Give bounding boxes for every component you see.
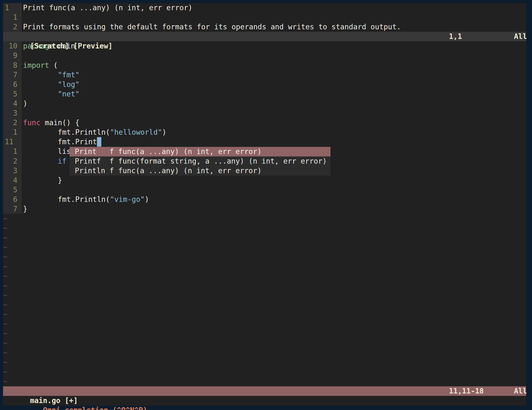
completion-item[interactable]: Printf f func(format string, a ...any) (… — [70, 157, 331, 166]
main-statusline: main.go [+] 11,11-18 All — [3, 386, 526, 396]
buffer-line[interactable]: 6 fmt.Println("vim-go") — [3, 195, 526, 204]
syntax-segment: Print func(a ...any) (n int, err error) — [23, 3, 192, 12]
syntax-segment: Print formats using the default formats … — [23, 23, 401, 31]
buffer-line[interactable]: 11 fmt.Print — [3, 137, 526, 147]
line-number-relative: 3 — [3, 108, 22, 118]
buffer-line[interactable]: 2Print formats using the default formats… — [3, 22, 526, 32]
buffer-line[interactable]: 3 — [3, 108, 526, 118]
empty-line-tilde: ~ — [3, 310, 526, 319]
syntax-segment — [23, 157, 58, 165]
syntax-segment: "net" — [58, 90, 80, 98]
line-text[interactable]: "log" — [22, 80, 526, 89]
buffer-line[interactable]: 4) — [3, 99, 526, 108]
buffer-line[interactable]: 4 } — [3, 176, 526, 185]
syntax-segment: "helloworld" — [110, 128, 162, 136]
line-text[interactable]: } — [22, 176, 526, 185]
line-number-relative: 1 — [3, 13, 22, 22]
line-text[interactable]: "net" — [22, 89, 526, 99]
syntax-segment: } — [23, 176, 62, 185]
syntax-segment — [23, 71, 58, 79]
line-text[interactable]: fmt.Println("vim-go") — [22, 195, 526, 204]
buffer-line[interactable]: 1 fmt.Println("helloworld") — [3, 128, 526, 137]
syntax-segment: "log" — [58, 80, 80, 89]
main-window[interactable]: 10package main98import (7 "fmt"6 "log"5 … — [3, 41, 526, 214]
syntax-segment — [23, 90, 58, 98]
buffer-line[interactable]: 1Print func(a ...any) (n int, err error) — [3, 3, 526, 13]
line-number-relative: 7 — [3, 204, 22, 214]
line-text[interactable]: ) — [22, 99, 526, 108]
preview-ruler-position: 1,1 — [449, 32, 462, 41]
ruler-position: 11,11-18 — [449, 386, 484, 396]
line-number-relative: 6 — [3, 80, 22, 89]
line-text[interactable]: fmt.Print — [22, 137, 526, 147]
line-number-absolute: 1 — [3, 3, 22, 13]
line-number-relative: 1 — [3, 147, 22, 156]
buffer-line[interactable]: 9 — [3, 51, 526, 60]
preview-ruler-scroll: All — [514, 32, 527, 41]
syntax-segment: "fmt" — [58, 71, 80, 79]
completion-item-selected[interactable]: Print f func(a ...any) (n int, err error… — [70, 147, 331, 157]
omni-completion-popup[interactable]: Print f func(a ...any) (n int, err error… — [70, 147, 331, 176]
syntax-segment: ) — [162, 128, 166, 136]
line-number-relative: 4 — [3, 99, 22, 108]
empty-buffer-area: ~~~~~~~~~~~~~~~~~~ — [3, 214, 526, 386]
buffer-line[interactable]: 5 "net" — [3, 89, 526, 99]
buffer-line[interactable]: 7 "fmt" — [3, 70, 526, 80]
buffer-line[interactable]: 5 — [3, 185, 526, 195]
syntax-segment: ) — [145, 195, 149, 204]
line-text[interactable]: import ( — [22, 61, 526, 70]
buffer-line[interactable]: 8import ( — [3, 61, 526, 70]
cursor-block — [97, 137, 101, 147]
line-number-relative: 6 — [3, 195, 22, 204]
line-number-relative: 1 — [3, 128, 22, 137]
syntax-segment: "vim-go" — [110, 195, 145, 204]
syntax-segment: fmt.Println( — [23, 195, 110, 204]
syntax-segment: if — [58, 157, 66, 165]
mode-message: -- Omni completion (^O^N^P) — [30, 406, 147, 410]
empty-line-tilde: ~ — [3, 223, 526, 233]
buffer-line[interactable]: 1 — [3, 13, 526, 22]
syntax-segment: ( — [49, 61, 58, 70]
syntax-segment — [23, 80, 58, 89]
vim-terminal: 1Print func(a ...any) (n int, err error)… — [0, 0, 532, 410]
line-number-absolute: 11 — [3, 137, 22, 147]
empty-line-tilde: ~ — [3, 252, 526, 261]
line-text[interactable]: } — [22, 204, 526, 214]
line-number-relative: 5 — [3, 89, 22, 99]
empty-line-tilde: ~ — [3, 319, 526, 329]
line-text[interactable] — [22, 51, 526, 60]
syntax-segment: fmt.Println( — [23, 128, 110, 136]
buffer-line[interactable]: 7} — [3, 204, 526, 214]
empty-line-tilde: ~ — [3, 367, 526, 377]
line-number-relative: 3 — [3, 166, 22, 176]
preview-buffer-name: [Scratch] [Preview] — [30, 42, 113, 50]
syntax-segment: fmt.Print — [23, 138, 97, 146]
empty-line-tilde: ~ — [3, 300, 526, 310]
empty-line-tilde: ~ — [3, 242, 526, 252]
line-text[interactable]: fmt.Println("helloworld") — [22, 128, 526, 137]
syntax-segment: main() { — [40, 118, 80, 127]
line-text[interactable]: func main() { — [22, 118, 526, 128]
empty-line-tilde: ~ — [3, 233, 526, 242]
preview-statusline: [Scratch] [Preview] 1,1 All — [3, 32, 526, 41]
syntax-segment: } — [23, 205, 27, 213]
line-text[interactable] — [22, 108, 526, 118]
line-number-relative: 5 — [3, 185, 22, 195]
command-line: -- Omni completion (^O^N^P) match 1 of 3 — [3, 396, 526, 405]
completion-item[interactable]: Println f func(a ...any) (n int, err err… — [70, 166, 331, 176]
empty-line-tilde: ~ — [3, 214, 526, 223]
line-text[interactable]: Print formats using the default formats … — [22, 22, 526, 32]
line-text[interactable] — [22, 185, 526, 195]
line-text[interactable] — [22, 13, 526, 22]
buffer-line[interactable]: 2func main() { — [3, 118, 526, 128]
line-text[interactable]: "fmt" — [22, 70, 526, 80]
empty-line-tilde: ~ — [3, 377, 526, 386]
ruler-scroll: All — [514, 386, 527, 396]
syntax-segment: ) — [23, 99, 27, 108]
line-number-relative: 4 — [3, 176, 22, 185]
buffer-line[interactable]: 6 "log" — [3, 80, 526, 89]
line-text[interactable]: Print func(a ...any) (n int, err error) — [22, 3, 526, 13]
syntax-segment: func — [23, 118, 40, 127]
preview-window: 1Print func(a ...any) (n int, err error)… — [3, 3, 526, 32]
terminal-content: 1Print func(a ...any) (n int, err error)… — [3, 3, 526, 406]
